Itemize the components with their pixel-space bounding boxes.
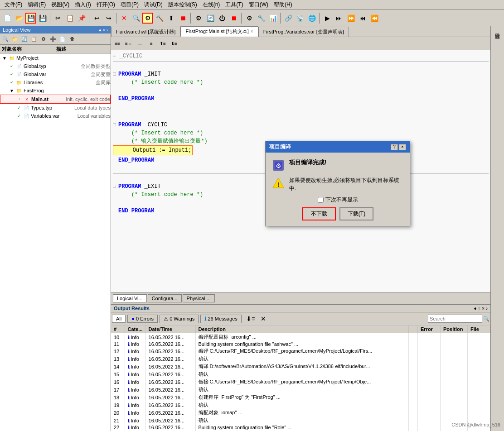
- play-btn[interactable]: ▶: [322, 13, 333, 24]
- menu-debug[interactable]: 调试(D): [141, 0, 165, 10]
- panel-tb-btn3[interactable]: 🔄: [20, 34, 29, 43]
- output-tab-warnings[interactable]: ⚠ 0 Warnings: [160, 315, 199, 323]
- tree-item-global-typ[interactable]: ✓ 📄 Global.typ 全局数据类型: [0, 62, 111, 70]
- extra-btn3[interactable]: 📊: [267, 13, 278, 24]
- panel-tb-btn5[interactable]: ⚙: [39, 34, 48, 43]
- output-tab-all[interactable]: All: [112, 315, 126, 323]
- delete-btn[interactable]: ✕: [119, 13, 130, 24]
- table-row[interactable]: 10 ℹ Info 16.05.2022 16... 编译配置目标 "arcon…: [111, 333, 490, 341]
- table-row[interactable]: 15 ℹ Info 16.05.2022 16... 确认: [111, 370, 490, 378]
- tab-variables[interactable]: FirstProg::Variables.var [变量声明表]: [258, 27, 349, 37]
- table-row[interactable]: 13 ℹ Info 16.05.2022 16... 确认: [111, 355, 490, 363]
- open-btn[interactable]: 📂: [14, 13, 24, 24]
- cell-desc: 确认: [195, 401, 408, 409]
- search-input[interactable]: [428, 315, 482, 323]
- download-btn[interactable]: 下载(T): [339, 207, 373, 220]
- tree-item-main-st[interactable]: + × Main.st Init, cyclic, exit code: [0, 95, 111, 104]
- panel-tb-btn4[interactable]: 📋: [29, 34, 39, 43]
- tree-item-firstprog[interactable]: ▼ 📁 FirstProg: [0, 86, 111, 95]
- net-btn2[interactable]: 📡: [295, 13, 305, 24]
- table-row[interactable]: 12 ℹ Info 16.05.2022 16... 编译 C:/Users/R…: [111, 347, 490, 355]
- menu-help[interactable]: 帮助(H): [271, 0, 295, 10]
- table-row[interactable]: 17 ℹ Info 16.05.2022 16... 确认: [111, 386, 490, 393]
- more-btn1[interactable]: ⏩: [345, 13, 356, 24]
- menu-vcs[interactable]: 版本控制(S): [165, 0, 200, 10]
- menu-edit[interactable]: 编辑(E): [25, 0, 48, 10]
- panel-tb-btn1[interactable]: 🔍: [1, 34, 10, 43]
- paste-btn[interactable]: 📌: [76, 13, 87, 24]
- dialog-close-btn[interactable]: ×: [399, 144, 406, 150]
- tree-item-libraries[interactable]: ✓ 📁 Libraries 全局库: [0, 78, 111, 86]
- table-row[interactable]: 11 ℹ Info 16.05.2022 16... Building syst…: [111, 341, 490, 347]
- table-row[interactable]: 22 ℹ Info 16.05.2022 16... Building syst…: [111, 424, 490, 431]
- output-sort-btn[interactable]: ⬇≡: [245, 313, 256, 324]
- extra-btn2[interactable]: 🔧: [256, 13, 267, 24]
- output-dock-btns[interactable]: ♦ ↑ × ›: [474, 306, 488, 311]
- table-row[interactable]: 20 ℹ Info 16.05.2022 16... 编配对象 "iomap" …: [111, 409, 490, 417]
- tab-close-btn[interactable]: ×: [251, 29, 253, 34]
- ed-btn3[interactable]: —: [135, 38, 145, 49]
- save-btn[interactable]: 💾: [25, 13, 36, 24]
- compile-btn[interactable]: ⚙: [142, 13, 153, 24]
- tree-item-myproject[interactable]: ▼ 📁 MyProject: [0, 54, 111, 62]
- cut-btn[interactable]: ✂: [53, 13, 63, 24]
- tree-item-types[interactable]: ✓ 📄 Types.typ Local data types: [0, 104, 111, 112]
- dont-show-checkbox[interactable]: [318, 197, 324, 203]
- menu-online[interactable]: 在线(n): [200, 0, 223, 10]
- table-row[interactable]: 21 ℹ Info 16.05.2022 16... 确认: [111, 417, 490, 424]
- output-clear-btn[interactable]: ✕: [258, 313, 269, 324]
- bottom-tab-physical[interactable]: Physical ...: [183, 294, 215, 302]
- net-btn3[interactable]: 🌐: [306, 13, 317, 24]
- copy-btn[interactable]: 📋: [64, 13, 75, 24]
- panel-tb-btn7[interactable]: 📄: [58, 34, 67, 43]
- more-btn2[interactable]: ⏮: [357, 13, 368, 24]
- menu-project[interactable]: 项目(P): [118, 0, 141, 10]
- no-download-btn[interactable]: 不下载: [302, 207, 336, 220]
- panel-tb-btn6[interactable]: ➕: [48, 34, 58, 43]
- redo-btn[interactable]: ↪: [103, 13, 114, 24]
- net-btn1[interactable]: 🔗: [283, 13, 294, 24]
- table-row[interactable]: 19 ℹ Info 16.05.2022 16... 确认: [111, 401, 490, 409]
- menu-tools[interactable]: 工具(T): [223, 0, 246, 10]
- menu-window[interactable]: 窗口(W): [246, 0, 271, 10]
- find-btn[interactable]: 🔍: [131, 13, 141, 24]
- extra-btn1[interactable]: ⚙: [244, 13, 255, 24]
- output-tab-errors[interactable]: ● 0 Errors: [127, 315, 158, 323]
- stop2-btn[interactable]: ⏹: [228, 13, 239, 24]
- tab-main-st[interactable]: FirstProg::Main.st [结构文本] ×: [180, 26, 258, 37]
- settings-btn[interactable]: ⚙: [193, 13, 204, 24]
- bottom-tab-configure[interactable]: Configura...: [148, 294, 182, 302]
- menu-open[interactable]: 打开(O): [94, 0, 118, 10]
- transfer-btn[interactable]: ⬆: [166, 13, 177, 24]
- menu-insert[interactable]: 插入(I): [72, 0, 93, 10]
- refresh-btn[interactable]: 🔄: [205, 13, 216, 24]
- tab-hardware[interactable]: Hardware.hwl [系统设计器]: [111, 27, 180, 37]
- ed-btn6[interactable]: ⬇≡: [169, 38, 179, 49]
- output-tab-messages[interactable]: ℹ 26 Messages: [200, 315, 242, 323]
- power-btn[interactable]: ⏻: [217, 13, 228, 24]
- ed-btn4[interactable]: ≡: [146, 38, 157, 49]
- save-all-btn[interactable]: 💾: [37, 13, 48, 24]
- new-btn[interactable]: 📄: [2, 13, 13, 24]
- bottom-tab-logical[interactable]: Logical Vi...: [113, 294, 147, 302]
- table-row[interactable]: 16 ℹ Info 16.05.2022 16... 链接 C:/Users/R…: [111, 378, 490, 386]
- ed-btn5[interactable]: ⬆≡: [157, 38, 168, 49]
- tree-item-variables[interactable]: ✓ 📄 Variables.var Local variables: [0, 112, 111, 120]
- panel-dock-btns[interactable]: ♦ × ›: [99, 28, 108, 33]
- undo-btn[interactable]: ↩: [92, 13, 102, 24]
- ed-btn2[interactable]: ≡↔: [123, 38, 134, 49]
- stop-btn[interactable]: ⏹: [178, 13, 189, 24]
- tree-item-global-var[interactable]: ✓ 📄 Global.var 全局变量: [0, 70, 111, 78]
- dialog-help-btn[interactable]: ?: [391, 144, 398, 150]
- build-btn[interactable]: 🔨: [154, 13, 165, 24]
- panel-tb-btn2[interactable]: 📁: [10, 34, 19, 43]
- sep7: [319, 13, 320, 24]
- menu-file[interactable]: 文件(F): [2, 0, 25, 10]
- table-row[interactable]: 14 ℹ Info 16.05.2022 16... 编译 D:/softwar…: [111, 363, 490, 370]
- step-btn[interactable]: ⏭: [334, 13, 344, 24]
- ed-btn1[interactable]: ≡≡: [112, 38, 123, 49]
- menu-view[interactable]: 视图(V): [48, 0, 72, 10]
- panel-tb-btn8[interactable]: 🗑: [68, 34, 77, 43]
- table-row[interactable]: 18 ℹ Info 16.05.2022 16... 创建程序 "FirstPr…: [111, 393, 490, 401]
- more-btn3[interactable]: ⏪: [369, 13, 380, 24]
